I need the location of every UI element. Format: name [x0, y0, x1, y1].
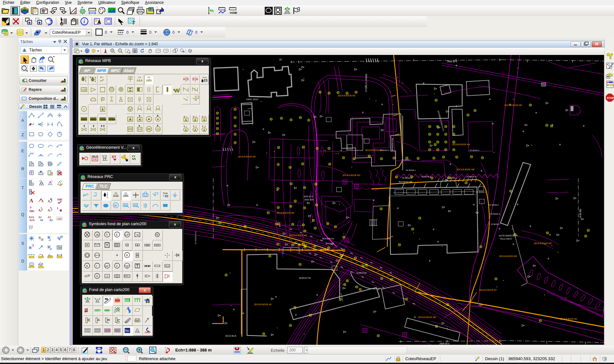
svg-text:W: W	[136, 234, 139, 236]
svg-text:HC BOOK 1: HC BOOK 1	[401, 159, 411, 161]
svg-text:STX BOOK C2: STX BOOK C2	[195, 231, 197, 244]
svg-text:Texte: Texte	[202, 76, 207, 78]
svg-text:A2A: A2A	[29, 218, 35, 222]
svg-text:A: A	[41, 207, 42, 209]
svg-text:B: B	[187, 77, 189, 81]
svg-text:CM 30 N: CM 30 N	[579, 209, 582, 218]
svg-text:2: 2	[116, 264, 118, 268]
svg-text:R: R	[126, 254, 128, 257]
svg-text:AA: AA	[124, 192, 127, 194]
svg-text:BOROCTM: BOROCTM	[299, 277, 311, 279]
svg-text:HC BOOK 1: HC BOOK 1	[421, 176, 431, 178]
svg-text:R: R	[148, 79, 150, 81]
svg-text:TELU HEXT: TELU HEXT	[500, 238, 512, 240]
svg-text:1: 1	[32, 183, 34, 186]
svg-text:B: B	[85, 80, 86, 82]
svg-text:A: A	[41, 199, 44, 203]
svg-text:No: No	[125, 329, 129, 333]
svg-text:XY: XY	[132, 155, 135, 158]
svg-text:I: I	[96, 264, 97, 268]
svg-text:3DCA B BOOK M1: 3DCA B BOOK M1	[560, 318, 577, 320]
svg-text:XY: XY	[112, 155, 116, 159]
svg-text:3DCA B BOOK M4: 3DCA B BOOK M4	[277, 212, 294, 214]
svg-text:3DCA BCA: 3DCA BCA	[225, 335, 236, 337]
svg-text:B: B	[95, 80, 96, 82]
svg-text:2004 30 0: 2004 30 0	[447, 60, 457, 63]
svg-text:3DCA B BOOK M0: 3DCA B BOOK M0	[534, 242, 552, 244]
svg-text:3DCA B BOOK M5: 3DCA B BOOK M5	[499, 255, 517, 257]
svg-text:I: I	[186, 116, 187, 118]
svg-text:T: T	[106, 233, 108, 236]
svg-text:A: A	[29, 198, 33, 204]
svg-text:3DCA B BOOK M8: 3DCA B BOOK M8	[418, 316, 436, 318]
svg-text:ABC: ABC	[29, 209, 35, 213]
svg-text:2004 30 6: 2004 30 6	[304, 199, 314, 201]
svg-text:PD: PD	[124, 204, 127, 207]
svg-text:A2: A2	[49, 218, 52, 222]
svg-text:?: ?	[102, 76, 104, 79]
svg-text:HC BOOK 5: HC BOOK 5	[489, 204, 499, 206]
svg-text:Texte: Texte	[163, 192, 168, 194]
svg-text:G: G	[106, 275, 108, 278]
svg-text:3DCA B BOOK M7: 3DCA B BOOK M7	[479, 289, 497, 291]
svg-text:MBDI: MBDI	[90, 118, 96, 121]
svg-text:M: M	[114, 204, 117, 207]
svg-text:nom: nom	[95, 329, 100, 332]
svg-text:BOOK 12: BOOK 12	[320, 248, 329, 250]
svg-text:DPBE: DPBE	[100, 118, 106, 121]
svg-text:3DCA MB: 3DCA MB	[325, 243, 334, 244]
svg-text:?: ?	[30, 206, 32, 210]
svg-text:PATE 'SOO': PATE 'SOO'	[246, 98, 258, 101]
svg-text:HC BOOK 2: HC BOOK 2	[406, 169, 416, 171]
svg-text:ABC: ABC	[57, 217, 63, 220]
svg-text:C: C	[83, 108, 85, 111]
svg-text:i: i	[84, 19, 85, 24]
svg-text:AA: AA	[138, 76, 141, 78]
svg-text:3DCA B BOOK M2: 3DCA B BOOK M2	[289, 234, 307, 236]
svg-text:AA: AA	[115, 192, 117, 194]
svg-text:HELM.: HELM.	[92, 155, 99, 157]
svg-text:N: N	[107, 197, 108, 199]
svg-text:3DCA B BOOK M0: 3DCA B BOOK M0	[238, 155, 256, 158]
svg-text:HC BOOK 2: HC BOOK 2	[447, 177, 457, 179]
svg-text:HC BOOK 3: HC BOOK 3	[466, 176, 476, 178]
svg-text:E: E	[116, 233, 118, 236]
svg-text:AA: AA	[147, 76, 151, 78]
svg-text:HC BOOK 0: HC BOOK 0	[402, 177, 412, 179]
svg-text:BUS: BUS	[165, 265, 169, 267]
svg-text:R: R	[125, 194, 127, 196]
svg-text:BCA B BOOK: BCA B BOOK	[322, 238, 334, 240]
svg-text:HC BOOK 7: HC BOOK 7	[491, 223, 500, 225]
svg-text:A: A	[48, 209, 50, 212]
svg-text:HC BOOK 0: HC BOOK 0	[470, 149, 479, 151]
svg-text:DRAVE FCTABLLS: DRAVE FCTABLLS	[365, 74, 367, 92]
svg-text:10: 10	[279, 58, 282, 61]
svg-text:NOM: NOM	[85, 329, 91, 332]
svg-text:XY: XY	[196, 97, 198, 99]
svg-text:A: A	[97, 19, 101, 25]
svg-text:2004 30 0: 2004 30 0	[439, 342, 449, 345]
svg-text:STOP: STOP	[607, 96, 614, 100]
svg-text:P: P	[102, 98, 104, 100]
svg-text:3DCA B BOOK M5: 3DCA B BOOK M5	[504, 104, 522, 106]
svg-text:?: ?	[32, 244, 34, 248]
svg-text:P: P	[205, 116, 206, 118]
svg-text:LP: LP	[125, 233, 129, 236]
svg-text:HC BOOK 6: HC BOOK 6	[490, 213, 500, 215]
svg-text:A: A	[183, 77, 185, 81]
svg-text:W: W	[96, 233, 99, 236]
svg-text:AUTE BARDTEUR: AUTE BARDTEUR	[499, 235, 518, 237]
svg-text:ABC: ABC	[57, 198, 63, 201]
svg-text:?: ?	[49, 181, 51, 185]
svg-text:SOROTIA: SOROTIA	[356, 272, 367, 274]
svg-text:A: A	[196, 77, 198, 81]
svg-text:?: ?	[187, 96, 188, 99]
svg-text:3DCA B BOOK M6: 3DCA B BOOK M6	[457, 168, 474, 171]
svg-text:P: P	[205, 125, 206, 128]
svg-text:3DCA B BOOK M3: 3DCA B BOOK M3	[343, 174, 360, 176]
svg-text:BCA BOOKMB: BCA BOOKMB	[391, 138, 393, 151]
svg-text:A: A	[48, 200, 50, 203]
svg-text:PRC: PRC	[124, 275, 129, 277]
svg-text:PS: PS	[134, 204, 137, 207]
svg-text:3DCA B BOOK M2: 3DCA B BOOK M2	[338, 94, 355, 97]
